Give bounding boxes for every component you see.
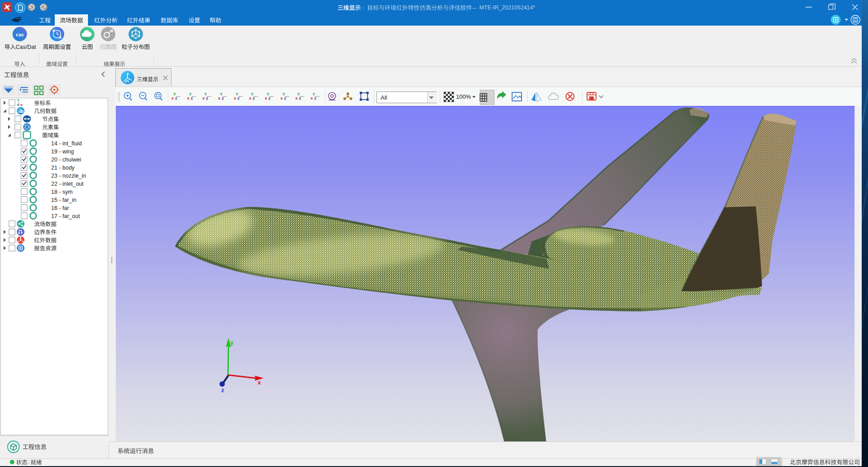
svg-text:100%: 100% (456, 93, 471, 100)
svg-text:20 - chuiwei: 20 - chuiwei (51, 157, 81, 163)
svg-text:x: x (171, 96, 174, 100)
svg-text:Y: Y (17, 98, 20, 102)
svg-text:x: x (249, 96, 251, 100)
svg-text:z: z (17, 103, 19, 107)
svg-text:22 - inlet_out: 22 - inlet_out (51, 181, 84, 187)
svg-text:x: x (187, 96, 189, 100)
svg-text:x: x (295, 96, 298, 100)
svg-text:19 - wing: 19 - wing (51, 148, 74, 155)
svg-text:x: x (218, 96, 220, 100)
svg-text:15 - far_in: 15 - far_in (51, 197, 76, 203)
svg-text:Y: Y (189, 92, 192, 96)
svg-text:Y: Y (173, 92, 176, 96)
svg-text:x: x (311, 96, 313, 100)
svg-text:x: x (202, 96, 205, 100)
svg-text:Cas/Dat: Cas/Dat (16, 44, 36, 50)
svg-text:cas: cas (16, 31, 23, 38)
svg-text:x: x (234, 96, 236, 100)
svg-text:Y: Y (282, 92, 285, 96)
svg-text:Y: Y (297, 92, 300, 96)
svg-text:Y: Y (251, 92, 254, 96)
svg-text:x: x (265, 96, 267, 100)
svg-text:Y: Y (236, 92, 238, 96)
svg-text:17 - far_out: 17 - far_out (51, 213, 80, 219)
svg-text:Y: Y (312, 92, 315, 96)
svg-text:21 - body: 21 - body (51, 165, 75, 171)
svg-text:18 - sym: 18 - sym (51, 189, 73, 195)
svg-text:Y: Y (204, 92, 207, 96)
svg-text:23 - nozzle_in: 23 - nozzle_in (51, 173, 86, 179)
svg-text:Y: Y (267, 92, 269, 96)
svg-text:14 - int_fluid: 14 - int_fluid (51, 140, 82, 147)
svg-text:x: x (281, 96, 283, 100)
svg-text:Y: Y (220, 92, 223, 96)
svg-text:16 - far: 16 - far (51, 205, 69, 211)
svg-text:-: - (362, 4, 364, 11)
